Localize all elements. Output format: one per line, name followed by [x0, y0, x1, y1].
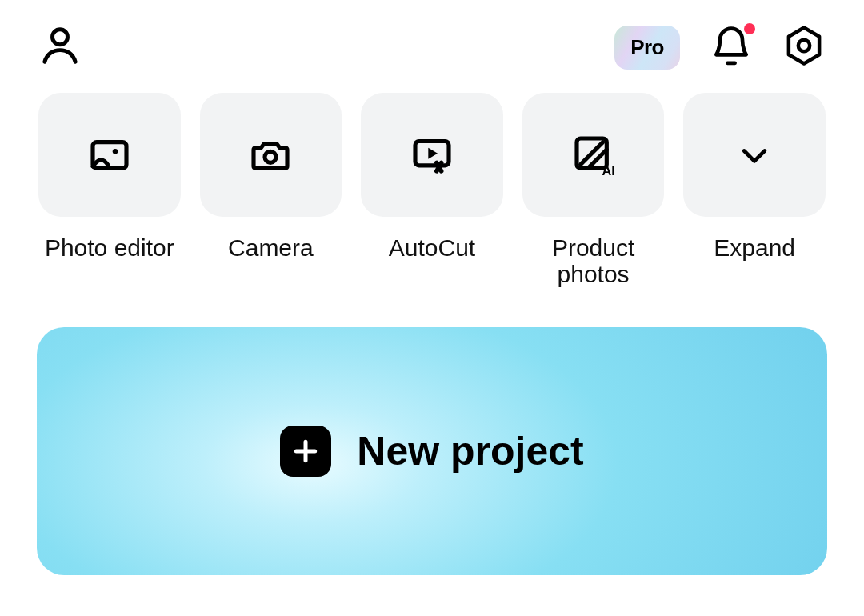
tools-row: Photo editor Camera AutoCut AI	[0, 78, 864, 287]
tool-photo-editor[interactable]: Photo editor	[38, 93, 181, 287]
autocut-icon	[410, 133, 454, 178]
tool-label: Camera	[228, 234, 314, 261]
new-project-label: New project	[357, 428, 583, 474]
tool-label: AutoCut	[389, 234, 475, 261]
tool-tile: AI	[522, 93, 665, 217]
pro-badge-label: Pro	[630, 35, 664, 60]
svg-point-6	[265, 151, 276, 162]
tool-camera[interactable]: Camera	[200, 93, 342, 287]
new-project-button[interactable]: New project	[37, 327, 827, 575]
profile-button[interactable]	[38, 24, 82, 70]
notifications-button[interactable]	[709, 25, 754, 70]
tool-autocut[interactable]: AutoCut	[361, 93, 503, 287]
tool-tile	[38, 93, 181, 217]
chevron-down-icon	[737, 138, 772, 173]
tool-expand[interactable]: Expand	[683, 93, 826, 287]
notification-dot-icon	[744, 23, 755, 34]
gear-hex-icon	[782, 24, 826, 67]
camera-icon	[248, 133, 293, 178]
tool-product-photos[interactable]: AI Product photos	[522, 93, 665, 287]
svg-marker-8	[428, 147, 438, 158]
tool-tile	[200, 93, 342, 217]
svg-line-10	[580, 142, 602, 164]
svg-text:AI: AI	[602, 162, 614, 177]
pro-badge[interactable]: Pro	[614, 26, 680, 70]
svg-point-5	[113, 149, 118, 154]
header: Pro	[0, 0, 864, 78]
settings-button[interactable]	[782, 24, 826, 70]
svg-marker-2	[789, 28, 819, 64]
tool-label: Product photos	[522, 234, 665, 287]
photo-editor-icon	[87, 133, 132, 178]
tool-label: Photo editor	[45, 234, 174, 261]
tool-tile	[361, 93, 503, 217]
tool-tile	[683, 93, 826, 217]
svg-point-0	[53, 30, 68, 45]
svg-point-3	[798, 40, 810, 51]
plus-icon	[280, 426, 331, 477]
tool-label: Expand	[714, 234, 795, 261]
person-icon	[38, 24, 82, 67]
product-photos-icon: AI	[571, 133, 616, 178]
